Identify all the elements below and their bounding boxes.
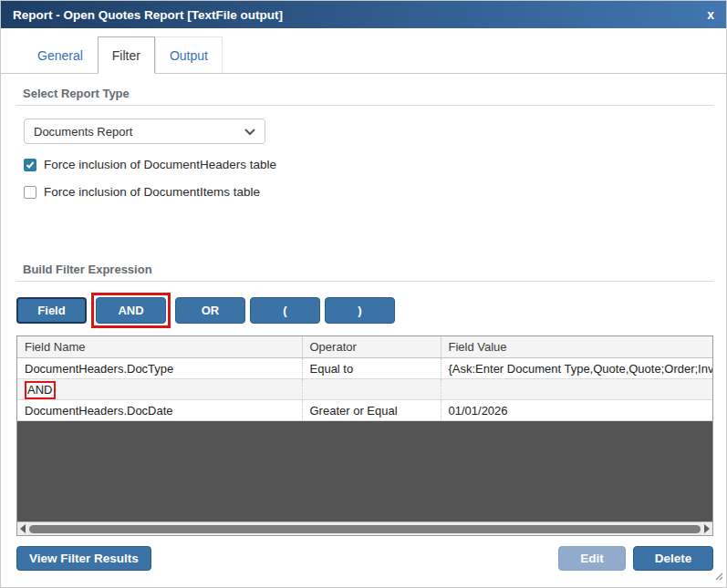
cell-operator[interactable]: Greater or Equal [302,400,441,421]
and-button[interactable]: AND [96,297,166,324]
cell-field-value[interactable]: 01/01/2026 [441,400,712,421]
cell-operator[interactable] [302,379,441,400]
dialog-titlebar: Report - Open Quotes Report [TextFile ou… [1,1,726,28]
report-dialog: Report - Open Quotes Report [TextFile ou… [0,0,727,588]
cell-field-name[interactable]: DocumentHeaders.DocType [17,358,302,379]
column-header-field-value: Field Value [441,336,712,358]
report-type-selected-value: Documents Report [34,125,132,139]
view-filter-results-button[interactable]: View Filter Results [16,546,151,571]
delete-button[interactable]: Delete [633,546,713,571]
checkbox-documentheaders-label: Force inclusion of DocumentHeaders table [44,158,276,171]
cell-field-value[interactable]: {Ask:Enter Document Type,Quote,Quote;Ord… [441,358,712,379]
select-report-type-heading: Select Report Type [23,87,713,100]
report-type-select[interactable]: Documents Report [24,119,265,144]
tab-output[interactable]: Output [155,36,223,73]
tab-filter[interactable]: Filter [98,36,155,74]
chevron-down-icon [244,125,255,139]
close-paren-button[interactable]: ) [325,297,395,324]
field-button[interactable]: Field [16,297,87,324]
table-empty-area [17,421,712,521]
cell-field-name[interactable]: AND [17,379,302,400]
checkbox-documentitems-label: Force inclusion of DocumentItems table [44,185,260,199]
check-icon [26,160,35,170]
red-annotation-box-and-row: AND [25,381,56,399]
cell-field-value[interactable] [441,379,712,400]
table-row[interactable]: DocumentHeaders.DocDate Greater or Equal… [17,400,712,421]
vertical-spacer [16,199,713,253]
section-divider [16,281,713,282]
filter-table-actions: View Filter Results Edit Delete [16,546,713,571]
or-button[interactable]: OR [175,297,245,324]
section-divider [16,105,713,106]
table-row[interactable]: AND [17,379,712,400]
horizontal-scrollbar[interactable] [17,521,712,535]
dialog-title: Report - Open Quotes Report [TextFile ou… [13,8,283,22]
close-icon[interactable]: x [707,8,714,21]
checkbox-documentitems-unchecked[interactable] [24,186,36,199]
scroll-left-arrow-icon[interactable] [20,524,26,533]
red-annotation-box-and-button: AND [91,293,171,328]
open-paren-button[interactable]: ( [250,297,320,324]
column-header-operator: Operator [302,336,441,358]
table-header-row: Field Name Operator Field Value [17,336,712,358]
filter-expression-table: Field Name Operator Field Value Document… [16,335,713,536]
column-header-field-name: Field Name [17,336,302,358]
resize-grip-icon[interactable] [713,568,723,584]
cell-operator[interactable]: Equal to [302,358,441,379]
table-row[interactable]: DocumentHeaders.DocType Equal to {Ask:En… [17,358,712,379]
checkbox-documentheaders-checked[interactable] [24,159,36,171]
dialog-content: Select Report Type Documents Report Forc… [1,74,726,588]
checkbox-row-documentitems[interactable]: Force inclusion of DocumentItems table [24,185,713,199]
checkbox-row-documentheaders[interactable]: Force inclusion of DocumentHeaders table [24,158,713,171]
scroll-right-arrow-icon[interactable] [704,524,710,533]
filter-expression-toolbar: Field AND OR ( ) [16,293,713,328]
tab-strip: General Filter Output [1,36,726,74]
build-filter-expression-heading: Build Filter Expression [23,263,713,276]
and-operator-text: AND [27,383,52,397]
scrollbar-thumb[interactable] [29,525,701,533]
tab-general[interactable]: General [23,36,98,73]
cell-field-name[interactable]: DocumentHeaders.DocDate [17,400,302,421]
edit-button[interactable]: Edit [558,546,626,571]
